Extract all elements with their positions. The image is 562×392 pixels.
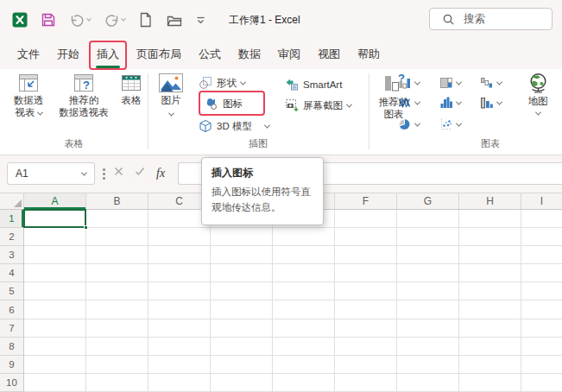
pictures-button[interactable]: 图片 [150, 72, 192, 117]
dropdown-chevron-icon [456, 120, 462, 126]
row-header-5[interactable]: 5 [0, 282, 23, 300]
tab-data[interactable]: 数据 [238, 47, 261, 62]
row-header-1[interactable]: 1 [0, 210, 23, 228]
dropdown-chevron-icon [37, 110, 43, 116]
tab-home[interactable]: 开始 [57, 47, 79, 62]
name-box-chevron-icon[interactable] [81, 169, 87, 175]
redo-button[interactable] [104, 13, 125, 28]
shapes-button[interactable]: 形状 [199, 73, 245, 92]
line-chart-icon [398, 96, 412, 110]
column-header-g[interactable]: G [397, 193, 459, 209]
icons-button[interactable]: 图标 [205, 94, 243, 113]
pivottable-icon [17, 72, 40, 94]
quick-access-overflow-button[interactable] [196, 16, 205, 25]
tooltip-body: 插入图标以使用符号直观地传达信息。 [212, 185, 313, 216]
column-chart-button[interactable] [398, 74, 420, 92]
tab-insert[interactable]: 插入 [97, 47, 119, 62]
smartart-button[interactable]: SmartArt [285, 75, 342, 94]
table-icon [120, 72, 142, 94]
treemap-chart-icon [439, 76, 453, 90]
name-box[interactable]: A1 [7, 162, 95, 185]
tab-review[interactable]: 审阅 [278, 47, 300, 62]
redo-dropdown-chevron-icon[interactable] [121, 16, 126, 22]
tooltip-title: 插入图标 [212, 166, 313, 180]
funnel-chart-icon [480, 96, 494, 110]
column-header-h[interactable]: H [459, 193, 521, 209]
dropdown-chevron-icon [496, 79, 502, 85]
row-header-9[interactable]: 9 [0, 356, 23, 374]
search-icon [442, 13, 455, 26]
tab-help[interactable]: 帮助 [357, 47, 380, 62]
cells-area[interactable] [24, 210, 562, 392]
group-label-charts: 图表 [404, 137, 562, 150]
tooltip-insert-icons: 插入图标 插入图标以使用符号直观地传达信息。 [201, 157, 324, 225]
tab-view[interactable]: 视图 [318, 47, 340, 62]
undo-dropdown-chevron-icon[interactable] [86, 16, 92, 22]
row-header-2[interactable]: 2 [0, 228, 23, 246]
maps-icon [527, 72, 550, 95]
row-header-3[interactable]: 3 [0, 246, 23, 264]
dropdown-chevron-icon [167, 111, 174, 117]
svg-text:?: ? [83, 79, 90, 92]
shapes-icon [199, 76, 212, 90]
icons-icon [205, 97, 218, 111]
select-all-button[interactable] [0, 193, 24, 209]
treemap-chart-button[interactable] [439, 74, 461, 92]
histogram-chart-button[interactable] [439, 94, 461, 111]
histogram-chart-icon [439, 96, 453, 110]
pie-chart-icon [398, 117, 412, 131]
dropdown-chevron-icon [414, 120, 420, 126]
recommended-pivottables-button[interactable]: ? 推荐的 数据透视表 [54, 72, 114, 118]
row-header-4[interactable]: 4 [0, 264, 23, 282]
enter-button[interactable] [135, 167, 145, 176]
dropdown-chevron-icon [414, 79, 420, 85]
column-chart-icon [398, 76, 412, 90]
group-label-tables: 表格 [0, 137, 148, 150]
dropdown-chevron-icon [264, 122, 270, 128]
tab-file[interactable]: 文件 [17, 47, 40, 62]
row-header-10[interactable]: 10 [0, 374, 23, 392]
row-header-6[interactable]: 6 [0, 300, 23, 319]
scatter-chart-button[interactable] [439, 116, 461, 133]
recommended-pivottables-icon: ? [73, 72, 95, 94]
excel-logo-icon [12, 12, 28, 28]
row-headers: 1 2 3 4 5 6 7 8 9 10 [0, 210, 24, 392]
ribbon: 数据透 视表 ? 推荐的 数据透视表 表格 表格 图片 [0, 69, 562, 155]
tab-formulas[interactable]: 公式 [199, 47, 221, 62]
line-chart-button[interactable] [398, 94, 420, 111]
3d-model-icon [199, 119, 212, 133]
open-folder-button[interactable] [166, 13, 183, 28]
insert-function-button[interactable]: fx [156, 167, 165, 180]
row-header-8[interactable]: 8 [0, 338, 23, 356]
3d-models-button[interactable]: 3D 模型 [199, 117, 269, 136]
screenshot-button[interactable]: 屏幕截图 [285, 96, 351, 115]
row-header-7[interactable]: 7 [0, 319, 23, 338]
pivottable-button[interactable]: 数据透 视表 [3, 72, 54, 118]
column-header-f[interactable]: F [335, 193, 397, 209]
formula-bar-grip-icon[interactable] [103, 173, 105, 175]
screenshot-icon [285, 98, 299, 112]
cancel-button[interactable] [114, 167, 123, 176]
search-placeholder: 搜索 [464, 12, 485, 27]
column-header-b[interactable]: B [86, 193, 148, 209]
active-cell-selection [23, 209, 86, 228]
table-button[interactable]: 表格 [114, 72, 148, 106]
dropdown-chevron-icon [496, 98, 502, 104]
window-title: 工作簿1 - Excel [229, 13, 300, 28]
ribbon-tab-bar: 文件 开始 插入 页面布局 公式 数据 审阅 视图 帮助 [0, 40, 562, 69]
save-button[interactable] [41, 12, 56, 28]
waterfall-chart-button[interactable] [480, 74, 502, 92]
fill-handle[interactable] [84, 225, 88, 230]
funnel-chart-button[interactable] [480, 94, 502, 111]
column-header-a[interactable]: A [24, 193, 86, 209]
new-document-button[interactable] [138, 12, 153, 28]
undo-button[interactable] [69, 13, 91, 28]
dropdown-chevron-icon [240, 79, 246, 85]
column-header-i[interactable]: I [521, 193, 562, 209]
tab-page-layout[interactable]: 页面布局 [136, 47, 181, 62]
smartart-icon [285, 78, 299, 92]
maps-button[interactable]: 地图 [518, 72, 558, 116]
search-box[interactable]: 搜索 [429, 8, 553, 30]
pie-chart-button[interactable] [398, 116, 420, 133]
dropdown-chevron-icon [346, 101, 352, 107]
